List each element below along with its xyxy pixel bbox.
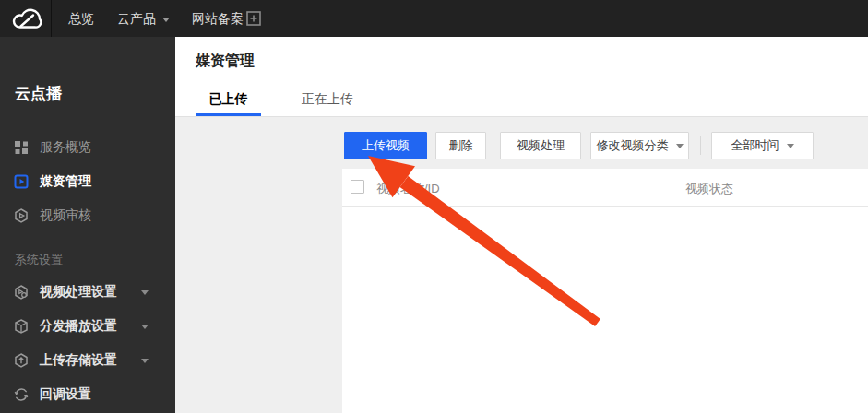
chevron-down-icon	[141, 290, 149, 295]
select-all-checkbox[interactable]	[351, 180, 364, 194]
topbar-item-website-record[interactable]: 网站备案	[192, 0, 244, 37]
sidebar-item-label: 视频处理设置	[40, 284, 117, 301]
cloud-products-label: 云产品	[117, 11, 156, 26]
product-title: 云点播	[15, 83, 62, 104]
hexagon-upload-icon	[14, 353, 29, 368]
modify-category-dropdown[interactable]: 修改视频分类	[590, 132, 689, 159]
column-header-video-name: 视频名称/ID	[376, 181, 440, 197]
sidebar-item-label: 视频审核	[40, 207, 91, 224]
cube-icon	[14, 319, 29, 334]
modify-category-label: 修改视频分类	[597, 138, 669, 152]
tab-label: 正在上传	[302, 91, 353, 106]
hexagon-gear-icon	[14, 285, 29, 300]
website-record-label: 网站备案	[192, 11, 244, 26]
time-filter-label: 全部时间	[731, 138, 779, 152]
sidebar-item-label: 服务概览	[40, 139, 91, 156]
table-header-row: 视频名称/ID 视频状态	[342, 169, 868, 206]
delete-button[interactable]: 删除	[435, 132, 486, 159]
time-filter-dropdown[interactable]: 全部时间	[711, 132, 814, 159]
tab-uploading[interactable]: 正在上传	[286, 85, 369, 116]
play-square-icon	[14, 174, 29, 189]
sidebar-item-label: 上传存储设置	[40, 352, 117, 369]
sidebar-item-label: 媒资管理	[40, 173, 91, 190]
tab-label: 已上传	[209, 91, 248, 106]
sidebar-item-distribution-playback-settings[interactable]: 分发播放设置	[0, 315, 175, 337]
upload-video-button[interactable]: 上传视频	[344, 132, 427, 159]
chevron-down-icon	[141, 324, 149, 329]
shield-play-icon	[14, 208, 29, 223]
sidebar-item-callback-settings[interactable]: 回调设置	[0, 384, 175, 406]
content-header: 媒资管理 已上传 正在上传	[175, 37, 868, 117]
sidebar-item-label: 分发播放设置	[40, 318, 117, 335]
video-table: 视频名称/ID 视频状态	[342, 169, 868, 413]
sidebar-item-media-management[interactable]: 媒资管理	[0, 171, 175, 193]
toolbar-divider	[700, 136, 701, 155]
sidebar-item-service-overview[interactable]: 服务概览	[0, 136, 175, 159]
chevron-down-icon	[787, 144, 794, 148]
column-header-video-status: 视频状态	[685, 181, 733, 197]
chevron-down-icon	[676, 144, 684, 148]
callback-icon	[14, 387, 29, 402]
chevron-down-icon	[162, 18, 170, 22]
overview-label: 总览	[68, 11, 94, 26]
video-process-button[interactable]: 视频处理	[500, 132, 581, 159]
sidebar-item-video-processing-settings[interactable]: 视频处理设置	[0, 281, 175, 303]
grid-icon	[14, 140, 29, 155]
sidebar-item-video-review[interactable]: 视频审核	[0, 205, 175, 227]
page-title: 媒资管理	[196, 52, 255, 71]
topbar-item-cloud-products[interactable]: 云产品	[117, 0, 170, 37]
topbar-item-overview[interactable]: 总览	[68, 0, 94, 37]
tab-uploaded[interactable]: 已上传	[196, 85, 261, 116]
add-shortcut-icon[interactable]	[246, 11, 261, 26]
sidebar-item-label: 回调设置	[40, 386, 91, 403]
topbar: 总览 云产品 网站备案	[0, 0, 868, 37]
sidebar-section-system-settings: 系统设置	[15, 252, 63, 268]
sidebar: 云点播 服务概览 媒资管理 视频审核 系统设置 视频处理设置	[0, 37, 175, 413]
sidebar-item-upload-storage-settings[interactable]: 上传存储设置	[0, 349, 175, 372]
topbar-divider	[51, 0, 52, 37]
chevron-down-icon	[141, 359, 149, 363]
tencent-cloud-logo-icon[interactable]	[11, 6, 42, 30]
content-body: 上传视频 删除 视频处理 修改视频分类 全部时间 视频名称/ID 视频状态	[175, 117, 868, 413]
